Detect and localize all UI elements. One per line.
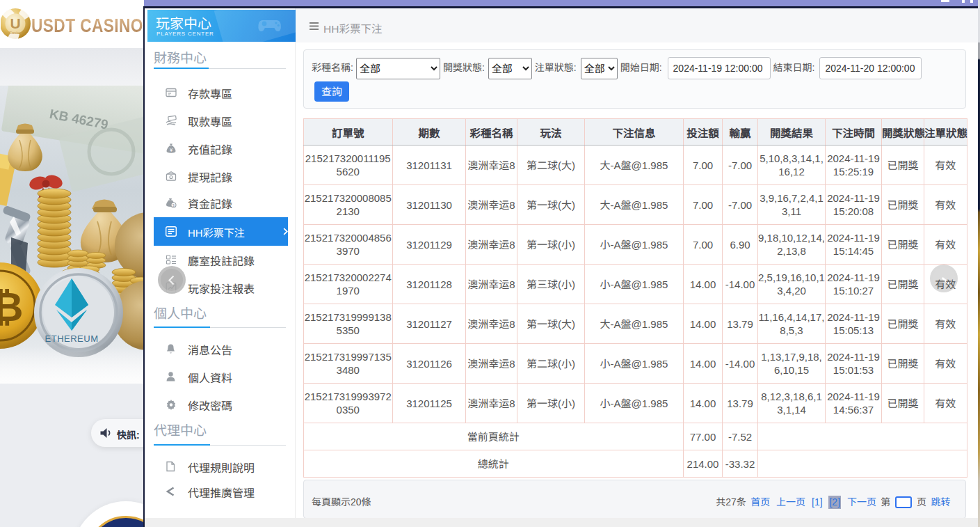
svg-text:₿: ₿: [0, 284, 24, 329]
svg-text:ETHEREUM: ETHEREUM: [45, 333, 99, 344]
svg-text:U: U: [10, 15, 20, 31]
svg-text:Casino: Casino: [9, 31, 22, 35]
